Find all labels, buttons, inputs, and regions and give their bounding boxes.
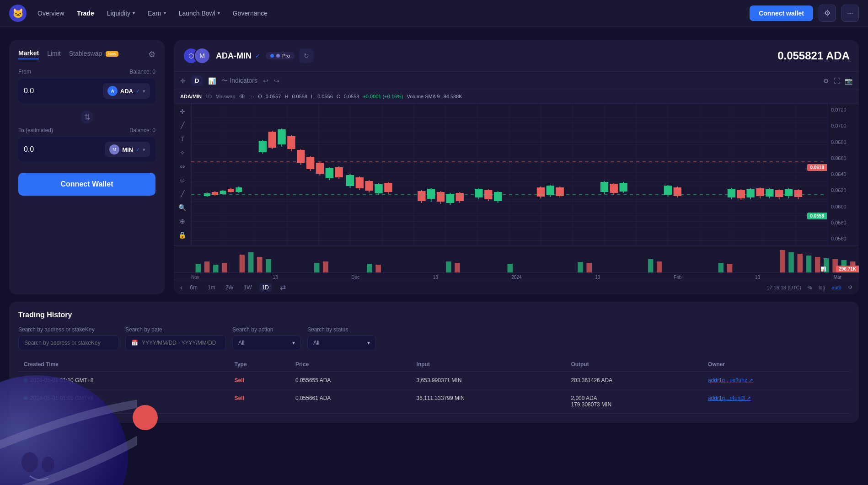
nav-liquidity[interactable]: Liquidity ▾ <box>107 10 135 17</box>
filter-status-label: Search by status <box>307 326 376 333</box>
filter-action-select[interactable]: All ▾ <box>232 336 301 350</box>
nav-right-section: Connect wallet ⚙ ··· <box>750 5 859 22</box>
emoji-tool[interactable]: ☺ <box>179 176 185 184</box>
connect-wallet-button[interactable]: Connect wallet <box>750 5 813 21</box>
chart-canvas[interactable]: 0.0618 0.0558 <box>191 103 827 245</box>
filter-status-select[interactable]: All ▾ <box>307 336 376 350</box>
owner-link[interactable]: addr1q...r4unl3 ↗ <box>708 395 751 401</box>
svg-rect-111 <box>367 264 372 272</box>
filter-date-label: Search by date <box>125 326 226 333</box>
chart-c-val: 0.0558 <box>344 94 359 99</box>
fullscreen-icon[interactable]: ⛶ <box>834 77 840 85</box>
log-label[interactable]: log <box>819 285 825 290</box>
to-token-select[interactable]: M MIN ✓ ▾ <box>105 142 150 157</box>
from-input-row: ₳ ADA ✓ ▾ <box>18 79 155 103</box>
fib-tool[interactable]: ╱ <box>181 190 184 197</box>
filter-action-value: All <box>238 340 244 346</box>
lock-tool[interactable]: 🔒 <box>178 231 186 239</box>
chart-volume-label: Volume SMA 9 <box>407 94 440 99</box>
chevron-down-icon: ▾ <box>143 147 145 153</box>
chevron-down-icon: ▾ <box>218 11 220 16</box>
svg-rect-66 <box>494 192 502 201</box>
tab-limit[interactable]: Limit <box>47 50 61 59</box>
cell-price: 0.055661 ADA <box>290 389 411 414</box>
chart-h-label: H <box>284 94 288 99</box>
crosshair-icon[interactable]: ✛ <box>180 77 186 85</box>
settings-button[interactable]: ⚙ <box>819 5 836 22</box>
trade-tabs: Market Limit Stableswap New ⚙ <box>18 49 155 59</box>
text-tool[interactable]: T <box>180 135 184 143</box>
chart-source-label: Minswap <box>215 94 235 99</box>
expand-icon[interactable]: ‹ <box>180 283 182 292</box>
timeframe-6m[interactable]: 6m <box>187 283 200 292</box>
timeframe-2w[interactable]: 2W <box>223 283 236 292</box>
chart-settings-icon[interactable]: ⚙ <box>823 77 829 85</box>
from-token-select[interactable]: ₳ ADA ✓ ▾ <box>103 83 150 99</box>
nav-overview[interactable]: Overview <box>38 10 64 17</box>
redo-icon[interactable]: ↪ <box>274 77 279 85</box>
screenshot-icon[interactable]: 📷 <box>845 77 852 85</box>
filter-date-input-wrapper[interactable]: 📅 <box>125 336 226 350</box>
more-icon[interactable]: ··· <box>249 93 255 100</box>
pct-label: % <box>808 285 812 290</box>
chart-info-bar: ADA/MIN 1D Minswap 👁 ··· O 0.0557 H 0.05… <box>174 90 859 103</box>
candlestick-svg <box>191 103 827 245</box>
magnet-tool[interactable]: ⊕ <box>180 218 185 225</box>
svg-rect-98 <box>794 190 802 197</box>
col-type: Type <box>229 357 289 372</box>
timeframe-1d[interactable]: 1D <box>259 283 272 292</box>
tab-market[interactable]: Market <box>18 49 39 59</box>
interval-d-button[interactable]: D <box>191 75 203 86</box>
owner-link[interactable]: addr1q...ux8uhz ↗ <box>708 377 753 384</box>
eye-icon[interactable]: 👁 <box>239 93 246 100</box>
line-tool[interactable]: ╱ <box>181 122 184 129</box>
chevron-down-icon: ▾ <box>292 340 295 346</box>
app-logo[interactable]: 🐱 <box>9 5 27 22</box>
col-output: Output <box>565 357 702 372</box>
svg-point-0 <box>0 375 128 485</box>
svg-rect-94 <box>775 190 783 197</box>
svg-rect-104 <box>222 263 227 272</box>
chevron-down-icon: ▾ <box>133 11 135 16</box>
svg-rect-124 <box>798 254 803 272</box>
filter-action-group: Search by action All ▾ <box>232 326 301 350</box>
chart-toolbar: ✛ D 📊 〜 Indicators ↩ ↪ ⚙ ⛶ 📷 <box>174 72 859 90</box>
swap-icon-row: ⇅ <box>18 110 155 124</box>
nav-governance[interactable]: Governance <box>233 10 268 17</box>
chart-pair-label: ADA/MIN <box>180 94 202 99</box>
from-amount-input[interactable] <box>24 87 103 95</box>
chart-h-val: 0.0558 <box>292 94 307 99</box>
to-amount-input[interactable] <box>24 145 105 154</box>
timeframe-1m[interactable]: 1m <box>205 283 218 292</box>
to-label: To (estimated) Balance: 0 <box>18 127 155 133</box>
zoom-tool[interactable]: 🔍 <box>178 204 186 211</box>
cell-input: 36,111.333799 MIN <box>411 389 566 414</box>
chart-settings-bottom-icon[interactable]: ⚙ <box>848 284 852 290</box>
measure-tool[interactable]: ⇔ <box>180 163 185 170</box>
svg-rect-119 <box>657 261 662 272</box>
more-options-button[interactable]: ··· <box>841 5 859 22</box>
bg-planet-decoration <box>0 339 137 485</box>
tab-stableswap[interactable]: Stableswap New <box>69 50 118 59</box>
cell-type: Sell <box>229 372 289 389</box>
timeframe-1w[interactable]: 1W <box>241 283 255 292</box>
verified-icon: ✓ <box>136 147 140 153</box>
nav-trade[interactable]: Trade <box>77 10 94 17</box>
nav-launch-bowl[interactable]: Launch Bowl ▾ <box>179 10 220 17</box>
compare-icon[interactable]: ⇄ <box>280 283 286 292</box>
nav-earn[interactable]: Earn ▾ <box>148 10 166 17</box>
svg-point-2 <box>21 452 38 472</box>
undo-icon[interactable]: ↩ <box>263 77 268 85</box>
to-input-row: M MIN ✓ ▾ <box>18 137 155 162</box>
swap-direction-button[interactable]: ⇅ <box>80 110 94 124</box>
connect-wallet-main-button[interactable]: Connect Wallet <box>18 173 155 196</box>
filter-status-value: All <box>313 340 319 346</box>
filter-date-input[interactable] <box>142 340 220 346</box>
shape-tool[interactable]: ✧ <box>180 149 185 156</box>
filter-icon[interactable]: ⚙ <box>148 49 155 59</box>
chart-type-icon[interactable]: 📊 <box>208 77 216 85</box>
refresh-button[interactable]: ↻ <box>299 48 314 63</box>
cursor-tool[interactable]: ✛ <box>180 108 185 115</box>
indicators-button[interactable]: 〜 Indicators <box>221 77 257 85</box>
auto-label[interactable]: auto <box>832 285 841 290</box>
